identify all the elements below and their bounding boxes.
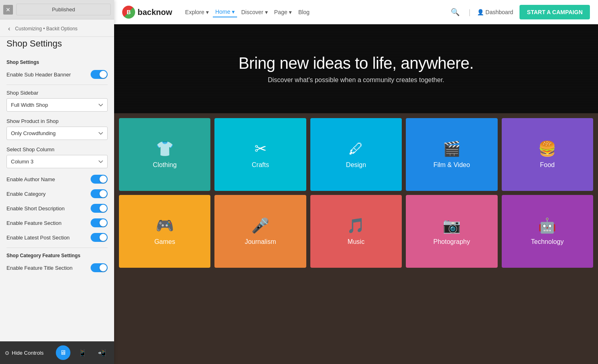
category-name-technology: Technology — [531, 238, 564, 245]
category-icon-design: 🖊 — [349, 140, 363, 157]
logo-icon: B — [122, 6, 135, 19]
categories-area: 👕Clothing✂Crafts🖊Design🎬Film & Video🍔Foo… — [114, 113, 598, 364]
shop-column-label: Select Shop Column — [6, 146, 108, 152]
enable-feature-title-row: Enable Feature Title Section — [6, 263, 108, 272]
enable-feature-section-label: Enable Feature Section — [6, 220, 61, 226]
shop-sidebar-row: Shop Sidebar Full Width Shop Left Sideba… — [6, 90, 108, 112]
back-button[interactable]: ‹ — [6, 24, 12, 33]
enable-category-toggle[interactable] — [91, 189, 108, 198]
enable-feature-title-toggle[interactable] — [91, 263, 108, 272]
page-title: Shop Settings — [6, 38, 62, 49]
category-name-food: Food — [540, 161, 555, 169]
enable-feature-section-row: Enable Feature Section — [6, 218, 108, 227]
enable-short-description-row: Enable Short Description — [6, 204, 108, 213]
shop-column-select[interactable]: Column 2 Column 3 Column 4 — [6, 155, 108, 168]
category-icon-games: 🎮 — [156, 217, 174, 234]
category-card-music[interactable]: 🎵Music — [310, 195, 402, 268]
breadcrumb: Customizing • Backit Options — [15, 26, 77, 32]
category-card-crafts[interactable]: ✂Crafts — [214, 118, 306, 191]
enable-category-row: Enable Category — [6, 189, 108, 198]
enable-feature-title-label: Enable Feature Title Section — [6, 265, 72, 271]
enable-sub-header-banner-toggle[interactable] — [91, 70, 108, 79]
hero-section: Bring new ideas to life, anywhere. Disco… — [114, 24, 598, 113]
desktop-view-button[interactable]: 🖥 — [56, 345, 70, 360]
logo-text: backnow — [138, 8, 172, 17]
start-campaign-button[interactable]: START A CAMPAIGN — [520, 5, 590, 19]
nav-blog[interactable]: Blog — [296, 7, 312, 17]
nav-home[interactable]: Home ▾ — [213, 7, 237, 17]
breadcrumb-area: ‹ Customizing • Backit Options — [0, 19, 114, 37]
hero-subtitle: Discover what's possible when a communit… — [238, 76, 473, 84]
tablet-view-button[interactable]: 📱 — [75, 345, 90, 360]
category-name-filmvideo: Film & Video — [433, 161, 470, 169]
panel-content: Shop Settings Enable Sub Header Banner S… — [0, 53, 114, 341]
categories-grid: 👕Clothing✂Crafts🖊Design🎬Film & Video🍔Foo… — [114, 113, 598, 273]
show-product-label: Show Product in Shop — [6, 118, 108, 124]
enable-latest-post-toggle[interactable] — [91, 233, 108, 242]
enable-latest-post-row: Enable Latest Post Section — [6, 233, 108, 242]
enable-sub-header-banner-label: Enable Sub Header Banner — [6, 72, 71, 78]
search-button[interactable]: 🔍 — [448, 6, 462, 18]
category-card-food[interactable]: 🍔Food — [502, 118, 593, 191]
category-card-photography[interactable]: 📷Photography — [406, 195, 497, 268]
enable-latest-post-label: Enable Latest Post Section — [6, 235, 70, 241]
hero-title: Bring new ideas to life, anywhere. — [238, 54, 473, 72]
category-icon-technology: 🤖 — [538, 217, 556, 234]
category-card-games[interactable]: 🎮Games — [119, 195, 210, 268]
category-name-music: Music — [348, 238, 365, 245]
category-name-photography: Photography — [433, 238, 470, 245]
published-button[interactable]: Published — [16, 4, 111, 15]
hero-content: Bring new ideas to life, anywhere. Disco… — [238, 54, 473, 84]
category-name-journalism: Journalism — [245, 238, 276, 245]
hide-controls-icon: ⊙ — [5, 350, 9, 356]
category-icon-journalism: 🎤 — [251, 217, 269, 234]
logo-area: B backnow — [122, 6, 172, 19]
top-bar: ✕ Published — [0, 0, 114, 19]
left-panel: ✕ Published ‹ Customizing • Backit Optio… — [0, 0, 114, 364]
category-icon-food: 🍔 — [538, 140, 556, 157]
enable-author-name-label: Enable Author Name — [6, 176, 55, 182]
nav-page[interactable]: Page ▾ — [272, 7, 295, 17]
category-icon-crafts: ✂ — [254, 140, 267, 157]
enable-author-name-row: Enable Author Name — [6, 175, 108, 184]
shop-sidebar-label: Shop Sidebar — [6, 90, 108, 96]
shop-category-feature-heading: Shop Category Feature Settings — [6, 253, 108, 258]
show-product-row: Show Product in Shop Only Crowdfunding A… — [6, 118, 108, 140]
nav-explore[interactable]: Explore ▾ — [183, 7, 211, 17]
category-name-crafts: Crafts — [252, 161, 269, 169]
enable-feature-section-toggle[interactable] — [91, 218, 108, 227]
bottom-bar: ⊙ Hide Controls 🖥 📱 📲 — [0, 341, 114, 364]
category-name-design: Design — [346, 161, 366, 169]
category-icon-photography: 📷 — [443, 217, 461, 234]
mobile-view-button[interactable]: 📲 — [95, 345, 109, 360]
right-content: B backnow Explore ▾ Home ▾ Discover ▾ Pa… — [114, 0, 598, 364]
category-icon-filmvideo: 🎬 — [443, 140, 461, 157]
nav-discover[interactable]: Discover ▾ — [239, 7, 270, 17]
category-name-games: Games — [154, 238, 175, 245]
navbar: B backnow Explore ▾ Home ▾ Discover ▾ Pa… — [114, 0, 598, 24]
enable-short-description-toggle[interactable] — [91, 204, 108, 213]
main-nav: Explore ▾ Home ▾ Discover ▾ Page ▾ Blog — [183, 7, 312, 17]
shop-sidebar-select[interactable]: Full Width Shop Left Sidebar Right Sideb… — [6, 98, 108, 112]
category-icon-music: 🎵 — [347, 217, 365, 234]
close-button[interactable]: ✕ — [3, 5, 13, 15]
hide-controls-label: ⊙ Hide Controls — [5, 350, 51, 356]
enable-sub-header-banner-row: Enable Sub Header Banner — [6, 70, 108, 79]
category-card-design[interactable]: 🖊Design — [310, 118, 402, 191]
shop-settings-heading: Shop Settings — [6, 59, 108, 65]
show-product-select[interactable]: Only Crowdfunding All Products Only Prod… — [6, 127, 108, 140]
shop-column-row: Select Shop Column Column 2 Column 3 Col… — [6, 146, 108, 168]
page-title-area: Shop Settings — [0, 37, 114, 53]
category-name-clothing: Clothing — [153, 161, 177, 169]
category-card-clothing[interactable]: 👕Clothing — [119, 118, 210, 191]
dashboard-button[interactable]: 👤 Dashboard — [477, 9, 513, 15]
enable-short-description-label: Enable Short Description — [6, 205, 65, 212]
category-card-technology[interactable]: 🤖Technology — [502, 195, 593, 268]
enable-author-name-toggle[interactable] — [91, 175, 108, 184]
user-icon: 👤 — [477, 9, 484, 15]
category-card-filmvideo[interactable]: 🎬Film & Video — [406, 118, 497, 191]
category-icon-clothing: 👕 — [156, 140, 174, 157]
enable-category-label: Enable Category — [6, 191, 46, 197]
category-card-journalism[interactable]: 🎤Journalism — [214, 195, 306, 268]
